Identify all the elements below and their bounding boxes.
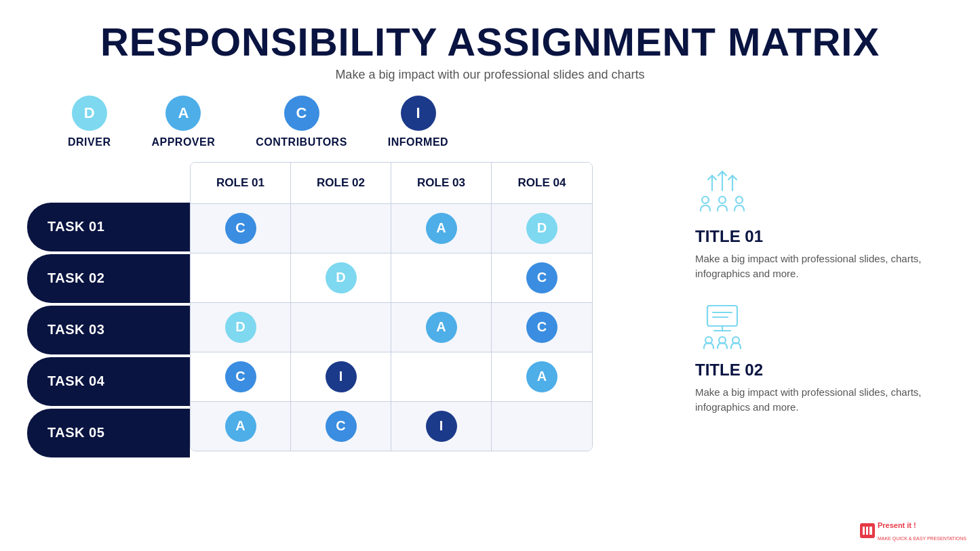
matrix-cell-r3-c4: C: [492, 303, 592, 352]
cell-badge-r3-c1: D: [225, 312, 256, 343]
matrix-header-col-3: ROLE 03: [391, 163, 492, 203]
matrix-cell-r2-c3: [391, 253, 492, 302]
legend: D DRIVER A APPROVER C CONTRIBUTORS I INF…: [68, 96, 953, 148]
legend-label-approver: APPROVER: [151, 136, 215, 148]
header: RESPONSIBILITY ASSIGNMENT MATRIX Make a …: [27, 20, 953, 82]
matrix-cell-r2-c4: C: [492, 253, 592, 302]
legend-label-informed: INFORMED: [388, 136, 448, 148]
svg-point-3: [702, 197, 709, 203]
matrix-container: TASK 01TASK 02TASK 03TASK 04TASK 05 ROLE…: [27, 162, 675, 460]
matrix-cell-r3-c1: D: [191, 303, 291, 352]
matrix-row-2: DC: [191, 253, 592, 303]
svg-rect-6: [707, 306, 737, 326]
cell-badge-r1-c1: C: [225, 213, 256, 244]
matrix-row-3: DAC: [191, 303, 592, 352]
cell-badge-r1-c3: A: [426, 213, 457, 244]
watermark-text: Present it ! MAKE QUICK & EASY PRESENTAT…: [878, 518, 966, 543]
task-label-4: TASK 04: [27, 357, 190, 406]
matrix-row-1: CAD: [191, 204, 592, 253]
matrix-cell-r2-c2: D: [291, 253, 391, 302]
matrix-row-4: CIA: [191, 352, 592, 402]
cell-badge-r1-c4: D: [526, 213, 557, 244]
matrix-cell-r5-c3: I: [391, 402, 492, 451]
matrix-table: ROLE 01ROLE 02ROLE 03ROLE 04 CADDCDACCIA…: [190, 162, 593, 451]
right-card-2: TITLE 02 Make a big impact with professi…: [695, 302, 953, 415]
cell-badge-r2-c4: C: [526, 262, 557, 293]
matrix-cell-r1-c1: C: [191, 204, 291, 253]
svg-rect-15: [863, 527, 865, 535]
card-text-2: Make a big impact with professional slid…: [695, 385, 953, 415]
legend-badge-approver: A: [165, 96, 201, 131]
subtitle: Make a big impact with our professional …: [27, 68, 953, 82]
legend-badge-informed: I: [401, 96, 436, 131]
watermark-icon: [860, 523, 875, 538]
cell-badge-r4-c1: C: [225, 361, 256, 392]
matrix-cell-r5-c4: [492, 402, 592, 451]
cell-badge-r4-c2: I: [326, 361, 357, 392]
legend-item-informed: I INFORMED: [388, 96, 448, 148]
matrix-cell-r4-c4: A: [492, 352, 592, 401]
cell-badge-r3-c4: C: [526, 312, 557, 343]
matrix-cell-r2-c1: [191, 253, 291, 302]
svg-point-5: [736, 197, 743, 203]
legend-badge-contributors: C: [284, 96, 319, 131]
matrix-header-col-1: ROLE 01: [191, 163, 291, 203]
task-label-3: TASK 03: [27, 306, 190, 354]
content-area: TASK 01TASK 02TASK 03TASK 04TASK 05 ROLE…: [27, 162, 953, 460]
svg-rect-17: [869, 527, 872, 535]
cell-badge-r5-c3: I: [426, 411, 457, 442]
card-title-2: TITLE 02: [695, 361, 953, 380]
legend-item-driver: D DRIVER: [68, 96, 111, 148]
matrix-cell-r1-c2: [291, 204, 391, 253]
cell-badge-r5-c1: A: [225, 411, 256, 442]
matrix-cell-r3-c2: [291, 303, 391, 352]
card-title-1: TITLE 01: [695, 227, 953, 246]
matrix-cell-r5-c2: C: [291, 402, 391, 451]
matrix-cell-r4-c2: I: [291, 352, 391, 401]
legend-item-approver: A APPROVER: [151, 96, 215, 148]
main-title: RESPONSIBILITY ASSIGNMENT MATRIX: [27, 20, 953, 64]
card-icon-2: [695, 302, 953, 352]
task-label-2: TASK 02: [27, 254, 190, 303]
page-wrapper: RESPONSIBILITY ASSIGNMENT MATRIX Make a …: [0, 0, 980, 551]
cell-badge-r2-c2: D: [326, 262, 357, 293]
matrix-row-5: ACI: [191, 402, 592, 451]
matrix-header-col-2: ROLE 02: [291, 163, 391, 203]
matrix-cell-r4-c3: [391, 352, 492, 401]
legend-item-contributors: C CONTRIBUTORS: [256, 96, 347, 148]
cell-badge-r3-c3: A: [426, 312, 457, 343]
card-icon-1: [695, 169, 953, 219]
matrix-cell-r4-c1: C: [191, 352, 291, 401]
matrix-body: CADDCDACCIAACI: [191, 204, 592, 451]
task-label-5: TASK 05: [27, 409, 190, 457]
matrix-cell-r1-c4: D: [492, 204, 592, 253]
legend-label-driver: DRIVER: [68, 136, 111, 148]
task-label-1: TASK 01: [27, 203, 190, 251]
matrix-cell-r1-c3: A: [391, 204, 492, 253]
task-labels: TASK 01TASK 02TASK 03TASK 04TASK 05: [27, 203, 190, 460]
legend-badge-driver: D: [72, 96, 107, 131]
matrix-header-col-4: ROLE 04: [492, 163, 592, 203]
legend-label-contributors: CONTRIBUTORS: [256, 136, 347, 148]
matrix-header-row: ROLE 01ROLE 02ROLE 03ROLE 04: [191, 163, 592, 204]
cell-badge-r4-c4: A: [526, 361, 557, 392]
card-text-1: Make a big impact with professional slid…: [695, 251, 953, 282]
matrix-cell-r3-c3: A: [391, 303, 492, 352]
cell-badge-r5-c2: C: [326, 411, 357, 442]
right-card-1: TITLE 01 Make a big impact with professi…: [695, 169, 953, 282]
table-section: TASK 01TASK 02TASK 03TASK 04TASK 05 ROLE…: [27, 162, 675, 460]
svg-point-4: [719, 197, 726, 203]
watermark: Present it ! MAKE QUICK & EASY PRESENTAT…: [860, 518, 966, 543]
svg-rect-16: [866, 527, 868, 535]
right-panel: TITLE 01 Make a big impact with professi…: [695, 162, 953, 415]
matrix-cell-r5-c1: A: [191, 402, 291, 451]
